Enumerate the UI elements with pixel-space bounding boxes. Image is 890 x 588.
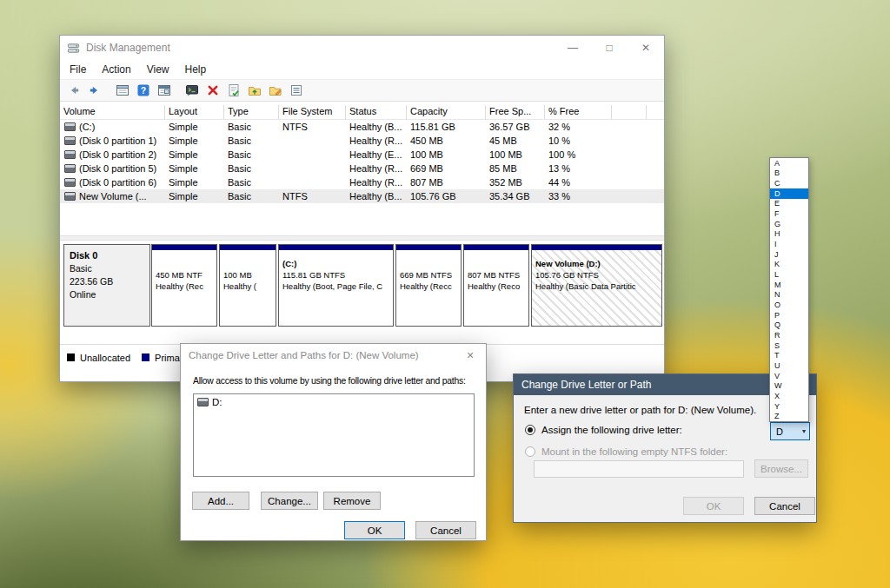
- cell-status: Healthy (R...: [346, 162, 407, 175]
- cell-status: Healthy (E...: [346, 148, 407, 162]
- drive-letter-combobox[interactable]: D ▾: [770, 422, 810, 440]
- volume-row[interactable]: (Disk 0 partition 2)SimpleBasicHealthy (…: [60, 148, 664, 162]
- volume-row[interactable]: (Disk 0 partition 5)SimpleBasicHealthy (…: [60, 162, 664, 175]
- drive-letter-option[interactable]: J: [770, 249, 808, 260]
- cell-capacity: 669 MB: [407, 162, 486, 175]
- drive-letter-option[interactable]: Y: [770, 401, 808, 412]
- close-icon[interactable]: ✕: [455, 344, 486, 367]
- drive-letter-option[interactable]: D: [770, 188, 808, 199]
- volume-row[interactable]: (Disk 0 partition 6)SimpleBasicHealthy (…: [60, 175, 664, 189]
- maximize-button[interactable]: □: [591, 36, 628, 60]
- cell-pct: 44 %: [545, 175, 612, 189]
- drive-path-item[interactable]: D:: [194, 394, 474, 410]
- drive-letter-option[interactable]: V: [770, 371, 808, 381]
- cell-pct: 10 %: [545, 134, 612, 148]
- partition-box[interactable]: (C:)115.81 GB NTFSHealthy (Boot, Page Fi…: [278, 244, 394, 327]
- drive-letter-option[interactable]: F: [770, 208, 808, 219]
- partition-box[interactable]: 100 MBHealthy (: [219, 244, 276, 327]
- drive-paths-listbox[interactable]: D:: [193, 393, 475, 477]
- drive-letter-option[interactable]: N: [770, 290, 808, 301]
- mount-folder-radio[interactable]: Mount in the following empty NTFS folder…: [525, 446, 727, 457]
- partition-box[interactable]: 450 MB NTFHealthy (Rec: [151, 244, 217, 327]
- remove-button[interactable]: Remove: [323, 492, 381, 510]
- ok-button[interactable]: OK: [344, 521, 405, 539]
- folder-edit-icon[interactable]: [265, 81, 286, 100]
- column-header[interactable]: Free Sp...: [486, 105, 545, 119]
- check-doc-icon[interactable]: [223, 81, 244, 100]
- partition-box[interactable]: New Volume (D:)105.76 GB NTFSHealthy (Ba…: [531, 244, 662, 327]
- column-header-filler: [612, 105, 647, 119]
- column-header[interactable]: Volume: [60, 105, 165, 119]
- disk-0-pane: Disk 0 Basic 223.56 GB Online 450 MB NTF…: [63, 244, 662, 327]
- drive-letter-option[interactable]: A: [770, 158, 808, 168]
- drive-letter-option[interactable]: S: [770, 340, 808, 351]
- menu-file[interactable]: File: [62, 61, 94, 78]
- volume-row[interactable]: (C:)SimpleBasicNTFSHealthy (B...115.81 G…: [60, 120, 664, 134]
- drive-letter-option[interactable]: K: [770, 260, 808, 270]
- column-header[interactable]: Layout: [165, 105, 224, 119]
- cell-type: Basic: [224, 175, 279, 189]
- drive-letter-option[interactable]: W: [770, 380, 808, 391]
- drive-letter-list[interactable]: ABCDEFGHIJKLMNOPQRSTUVWXYZ: [769, 157, 809, 422]
- volume-row[interactable]: New Volume (...SimpleBasicNTFSHealthy (B…: [60, 189, 664, 203]
- drive-letter-option[interactable]: U: [770, 360, 808, 371]
- partition-box[interactable]: 807 MB NTFSHealthy (Reco: [463, 244, 529, 327]
- pane-splitter[interactable]: [60, 235, 664, 241]
- drive-letter-option[interactable]: G: [770, 219, 808, 229]
- drive-letter-option[interactable]: I: [770, 239, 808, 249]
- dialog-titlebar[interactable]: Change Drive Letter and Paths for D: (Ne…: [181, 344, 486, 367]
- partition-body: (C:)115.81 GB NTFSHealthy (Boot, Page Fi…: [279, 250, 393, 326]
- drive-letter-option[interactable]: L: [770, 269, 808, 280]
- menu-action[interactable]: Action: [94, 61, 138, 78]
- volume-row[interactable]: (Disk 0 partition 1)SimpleBasicHealthy (…: [60, 134, 664, 148]
- assign-drive-letter-label: Assign the following drive letter:: [541, 425, 682, 435]
- cell-volume: New Volume (...: [60, 189, 165, 203]
- drive-letter-option[interactable]: C: [770, 178, 808, 188]
- assign-drive-letter-radio[interactable]: Assign the following drive letter:: [525, 425, 682, 435]
- properties-icon[interactable]: [286, 81, 307, 100]
- minimize-button[interactable]: —: [555, 36, 591, 60]
- mount-folder-input[interactable]: [534, 460, 744, 478]
- console-icon[interactable]: [182, 81, 203, 100]
- add-button[interactable]: Add...: [192, 492, 249, 510]
- column-header[interactable]: Status: [346, 105, 407, 119]
- column-header[interactable]: Type: [224, 105, 279, 119]
- drive-letter-option[interactable]: M: [770, 280, 808, 290]
- back-arrow-icon[interactable]: [63, 81, 84, 100]
- close-button[interactable]: ✕: [628, 36, 664, 60]
- drive-letter-option[interactable]: H: [770, 229, 808, 240]
- drive-letter-option[interactable]: P: [770, 310, 808, 320]
- help-icon[interactable]: ?: [133, 81, 154, 100]
- drive-letter-option[interactable]: Z: [770, 411, 808, 421]
- change-button[interactable]: Change...: [261, 492, 318, 510]
- menu-help[interactable]: Help: [177, 61, 215, 78]
- drive-letter-option[interactable]: O: [770, 300, 808, 310]
- cell-pct: 13 %: [545, 162, 612, 175]
- column-header[interactable]: File System: [279, 105, 346, 119]
- window-list-icon[interactable]: [112, 81, 133, 100]
- drive-letter-option[interactable]: E: [770, 199, 808, 209]
- cancel-button[interactable]: Cancel: [415, 521, 476, 539]
- disk-0-info[interactable]: Disk 0 Basic 223.56 GB Online: [63, 244, 150, 327]
- titlebar[interactable]: Disk Management — □ ✕: [60, 36, 664, 60]
- legend-swatch: [67, 353, 75, 361]
- column-header[interactable]: Capacity: [407, 105, 486, 119]
- cancel-button[interactable]: Cancel: [754, 497, 815, 515]
- chevron-down-icon: ▾: [802, 427, 806, 435]
- partition-box[interactable]: 669 MB NTFSHealthy (Recc: [395, 244, 462, 327]
- combobox-value: D: [776, 426, 783, 437]
- forward-arrow-icon[interactable]: [84, 81, 105, 100]
- delete-icon[interactable]: [203, 81, 223, 100]
- folder-up-icon[interactable]: [244, 81, 265, 100]
- snapshot-icon[interactable]: [154, 81, 175, 100]
- menu-view[interactable]: View: [139, 61, 177, 78]
- partition-size: 669 MB NTFS: [400, 270, 457, 281]
- drive-letter-option[interactable]: T: [770, 350, 808, 360]
- drive-letter-option[interactable]: X: [770, 391, 808, 401]
- column-header[interactable]: % Free: [545, 105, 612, 119]
- cell-fs: NTFS: [279, 189, 346, 203]
- drive-letter-option[interactable]: Q: [770, 320, 808, 331]
- drive-letter-option[interactable]: R: [770, 330, 808, 340]
- cell-volume: (Disk 0 partition 2): [60, 148, 165, 162]
- drive-letter-option[interactable]: B: [770, 168, 808, 179]
